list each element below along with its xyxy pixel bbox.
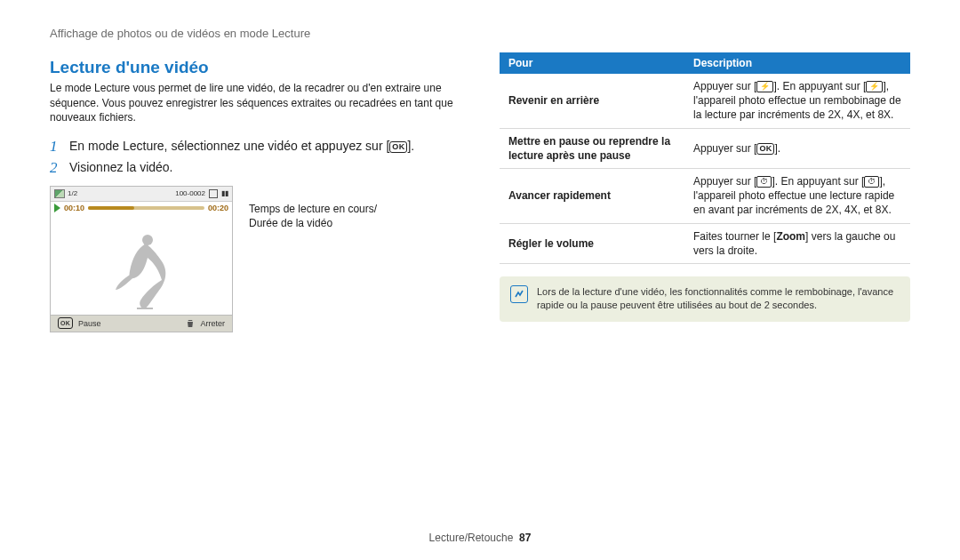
table-row: Revenir en arrière Appuyer sur [⚡]. En a… (500, 74, 910, 128)
table-row: Mettre en pause ou reprendre la lecture … (500, 128, 910, 168)
table-row: Avancer rapidement Appuyer sur [⏱]. En a… (500, 168, 910, 223)
svg-rect-1 (137, 308, 153, 309)
ok-icon: OK (58, 317, 73, 329)
zoom-keyword: Zoom (776, 230, 805, 243)
step-text: En mode Lecture, sélectionnez une vidéo … (69, 138, 414, 156)
svg-point-0 (142, 235, 153, 245)
stop-label: Arreter (200, 319, 225, 328)
trash-icon (186, 318, 195, 328)
file-id: 100-0002 (175, 189, 205, 197)
op-name: Régler le volume (500, 223, 684, 263)
op-desc: Appuyer sur [⏱]. En appuyant sur [⏱], l'… (684, 168, 910, 223)
op-desc: Appuyer sur [OK]. (684, 128, 910, 168)
step-text: Visionnez la vidéo. (69, 159, 172, 177)
time-total: 00:20 (208, 204, 228, 212)
footer-page-number: 87 (519, 532, 531, 544)
flash-icon: ⚡ (866, 81, 883, 92)
op-name: Mettre en pause ou reprendre la lecture … (500, 128, 684, 168)
camera-screenshot: 1/2 100-0002 ▮▮ 00:10 (50, 186, 233, 332)
op-name: Revenir en arrière (500, 74, 684, 128)
operations-table: Pour Description Revenir en arrière Appu… (500, 52, 910, 264)
time-current: 00:10 (64, 204, 84, 212)
step-number: 2 (50, 159, 69, 177)
info-icon (510, 285, 528, 303)
breadcrumb: Affichage de photos ou de vidéos en mode… (50, 27, 910, 40)
intro-text: Le mode Lecture vous permet de lire une … (50, 81, 468, 125)
left-column: Lecture d'une vidéo Le mode Lecture vous… (50, 52, 468, 332)
op-name: Avancer rapidement (500, 168, 684, 223)
playback-icon (54, 189, 65, 198)
pause-label: Pause (78, 319, 101, 328)
caption-line: Temps de lecture en cours/ (249, 202, 377, 217)
step-number: 1 (50, 138, 69, 156)
caption-line: Durée de la vidéo (249, 216, 377, 231)
image-counter: 1/2 (68, 189, 77, 197)
section-title: Lecture d'une vidéo (50, 58, 468, 77)
timer-icon: ⏱ (864, 176, 879, 188)
step-text-post: ]. (407, 139, 414, 153)
op-desc: Appuyer sur [⚡]. En appuyant sur [⚡], l'… (684, 74, 910, 128)
info-note: Lors de la lecture d'une vidéo, les fonc… (500, 276, 910, 322)
footer-section: Lecture/Retouche (429, 532, 514, 544)
battery-icon: ▮▮ (221, 189, 228, 197)
play-icon (54, 204, 60, 212)
step-text-pre: En mode Lecture, sélectionnez une vidéo … (69, 139, 389, 153)
step-1: 1 En mode Lecture, sélectionnez une vidé… (50, 138, 468, 156)
step-2: 2 Visionnez la vidéo. (50, 159, 468, 177)
note-text: Lors de la lecture d'une vidéo, les fonc… (537, 285, 900, 313)
table-head-left: Pour (500, 52, 684, 74)
page-footer: Lecture/Retouche 87 (0, 532, 960, 544)
ok-icon: OK (389, 141, 407, 153)
table-head-right: Description (684, 52, 910, 74)
ok-icon: OK (756, 143, 774, 155)
right-column: Pour Description Revenir en arrière Appu… (500, 52, 910, 332)
skater-silhouette-icon (110, 231, 172, 311)
op-desc: Faites tourner le [Zoom] vers la gauche … (684, 223, 910, 263)
flash-icon: ⚡ (756, 81, 773, 92)
timer-icon: ⏱ (756, 176, 772, 188)
video-caption: Temps de lecture en cours/ Durée de la v… (249, 202, 377, 332)
card-icon (209, 189, 218, 198)
table-row: Régler le volume Faites tourner le [Zoom… (500, 223, 910, 263)
